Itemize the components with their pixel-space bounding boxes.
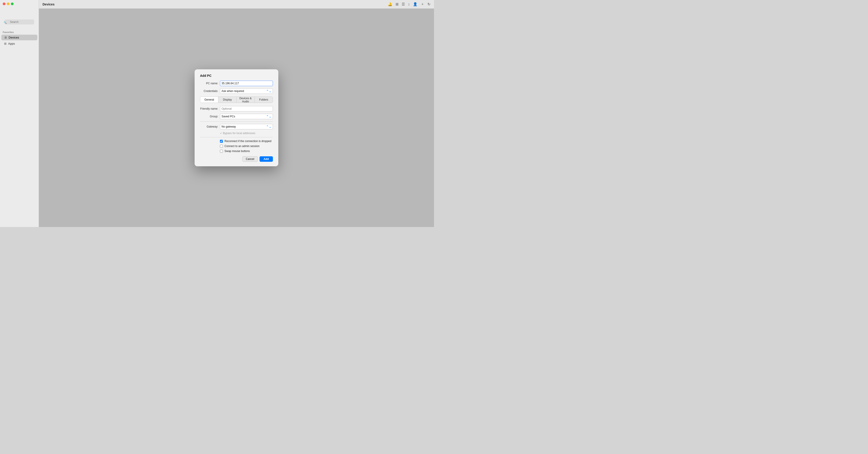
tab-general[interactable]: General — [200, 97, 218, 103]
sort-icon[interactable]: ↕ — [408, 2, 410, 6]
grid-icon[interactable]: ⊞ — [396, 2, 399, 6]
pc-name-label: PC name: — [200, 82, 218, 85]
close-button[interactable] — [3, 2, 5, 5]
modal-buttons: Cancel Add — [200, 156, 273, 162]
search-wrapper: 🔍 — [2, 18, 36, 27]
tab-devices-audio[interactable]: Devices & Audio — [237, 97, 255, 103]
admin-checkbox[interactable] — [220, 145, 223, 148]
swap-mouse-row: Swap mouse buttons — [200, 149, 273, 153]
main-content: Add PC PC name: Credentials: Ask when re… — [39, 9, 434, 227]
admin-label: Connect to an admin session — [224, 145, 259, 148]
traffic-lights — [3, 2, 13, 5]
group-select-wrapper: Saved PCs ⌃⌄ — [220, 114, 273, 119]
modal-overlay: Add PC PC name: Credentials: Ask when re… — [39, 9, 434, 227]
devices-icon: 🖥 — [4, 36, 7, 39]
credentials-label: Credentials: — [200, 89, 218, 93]
swap-mouse-checkbox[interactable] — [220, 150, 223, 153]
reconnect-row: Reconnect if the connection is dropped — [200, 140, 273, 143]
group-row: Group: Saved PCs ⌃⌄ — [200, 114, 273, 119]
refresh-icon[interactable]: ↻ — [428, 2, 430, 6]
pc-name-row: PC name: — [200, 81, 273, 86]
topbar-icons: 🔔 ⊞ ☰ ↕ 👤 ＋ ↻ — [388, 2, 430, 6]
sidebar-item-devices[interactable]: 🖥 Devices — [1, 35, 37, 40]
bypass-label: Bypass for local addresses — [223, 132, 255, 135]
swap-mouse-label: Swap mouse buttons — [224, 149, 250, 153]
add-button[interactable]: Add — [259, 156, 273, 162]
maximize-button[interactable] — [11, 2, 13, 5]
credentials-select[interactable]: Ask when required Add Account... — [220, 88, 273, 94]
search-input[interactable] — [4, 20, 34, 25]
friendly-name-input[interactable] — [220, 106, 273, 111]
sidebar-item-apps[interactable]: ⊞ Apps — [1, 41, 37, 47]
minimize-button[interactable] — [7, 2, 9, 5]
divider-2 — [200, 137, 273, 137]
sidebar-item-devices-label: Devices — [9, 36, 19, 39]
credentials-select-wrapper: Ask when required Add Account... ⌃⌄ — [220, 88, 273, 94]
tab-folders[interactable]: Folders — [255, 97, 273, 103]
credentials-row: Credentials: Ask when required Add Accou… — [200, 88, 273, 94]
admin-row: Connect to an admin session — [200, 145, 273, 148]
add-icon[interactable]: ＋ — [421, 2, 424, 6]
bell-icon[interactable]: 🔔 — [388, 2, 392, 6]
tab-bar: General Display Devices & Audio Folders — [200, 96, 273, 103]
page-title: Devices — [42, 2, 55, 6]
friendly-name-label: Friendly name: — [200, 107, 218, 110]
sidebar-item-apps-label: Apps — [8, 42, 15, 45]
favorites-label: Favorites — [0, 30, 39, 34]
cancel-button[interactable]: Cancel — [242, 156, 257, 162]
bypass-checkmark: ✓ — [220, 132, 222, 135]
friendly-name-row: Friendly name: — [200, 106, 273, 111]
gateway-select[interactable]: No gateway — [220, 124, 273, 130]
apps-icon: ⊞ — [4, 42, 6, 45]
modal-title: Add PC — [200, 74, 273, 78]
group-label: Group: — [200, 115, 218, 118]
bypass-row: ✓ Bypass for local addresses — [200, 132, 273, 135]
gateway-row: Gateway: No gateway ⌃⌄ — [200, 124, 273, 130]
divider-1 — [200, 121, 273, 122]
reconnect-label: Reconnect if the connection is dropped — [224, 140, 271, 143]
sidebar: 🔍 Favorites 🖥 Devices ⊞ Apps — [0, 0, 39, 227]
reconnect-checkbox[interactable] — [220, 140, 223, 143]
pc-name-input[interactable] — [220, 81, 273, 86]
group-select[interactable]: Saved PCs — [220, 114, 273, 119]
gateway-label: Gateway: — [200, 125, 218, 128]
add-pc-modal: Add PC PC name: Credentials: Ask when re… — [195, 69, 278, 166]
topbar: Devices 🔔 ⊞ ☰ ↕ 👤 ＋ ↻ — [39, 0, 434, 9]
account-icon[interactable]: 👤 — [413, 2, 417, 6]
gateway-select-wrapper: No gateway ⌃⌄ — [220, 124, 273, 130]
list-icon[interactable]: ☰ — [402, 2, 405, 6]
tab-display[interactable]: Display — [218, 97, 237, 103]
